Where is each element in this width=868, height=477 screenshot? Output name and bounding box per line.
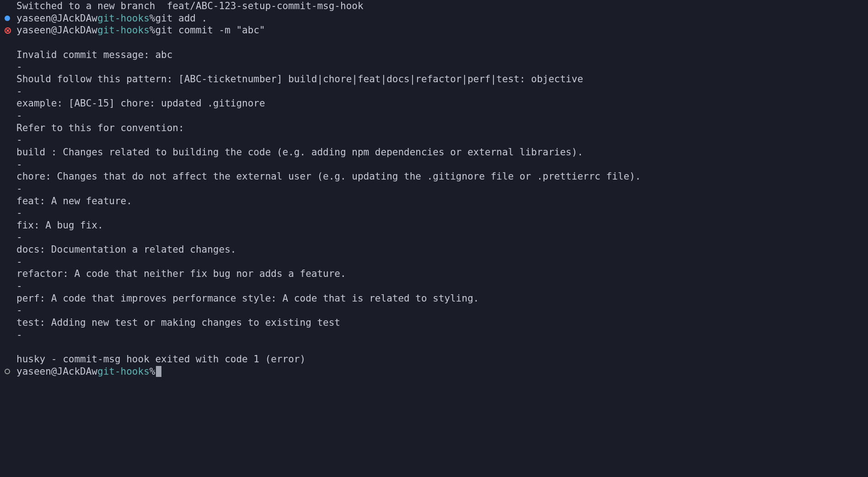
terminal-output-line: husky - commit-msg hook exited with code… (0, 353, 868, 366)
terminal-output-line: - (0, 256, 868, 268)
terminal-output[interactable]: Switched to a new branch feat/ABC-123-se… (0, 0, 868, 377)
status-success-icon (5, 16, 10, 21)
terminal-output-line: - (0, 159, 868, 171)
prompt-user: yaseen@JAckDAw (16, 24, 97, 37)
terminal-output-line: perf: A code that improves performance s… (0, 292, 868, 305)
terminal-output-line: - (0, 280, 868, 292)
prompt-directory: git-hooks (97, 24, 150, 37)
terminal-output-line: fix: A bug fix. (0, 219, 868, 232)
terminal-output-line: - (0, 183, 868, 195)
terminal-output-line (0, 341, 868, 353)
prompt-line-2: yaseen@JAckDAw git-hooks % git commit -m… (0, 24, 868, 37)
prompt-symbol: % (150, 24, 155, 37)
terminal-output-line: Should follow this pattern: [ABC-ticketn… (0, 73, 868, 85)
terminal-cursor (156, 366, 161, 377)
terminal-output-line: - (0, 231, 868, 244)
prompt-symbol: % (150, 12, 155, 25)
terminal-output-line: feat: A new feature. (0, 195, 868, 207)
status-neutral-icon (5, 369, 10, 374)
command-text: git add . (155, 12, 207, 25)
terminal-line: Switched to a new branch feat/ABC-123-se… (0, 0, 868, 12)
terminal-output-line: chore: Changes that do not affect the ex… (0, 170, 868, 183)
prompt-line-3: yaseen@JAckDAw git-hooks % (0, 366, 868, 378)
prompt-directory: git-hooks (97, 12, 150, 25)
status-error-icon (5, 27, 11, 34)
command-text: git commit -m "abc" (155, 24, 265, 37)
terminal-output-line: example: [ABC-15] chore: updated .gitign… (0, 97, 868, 110)
terminal-output-line: - (0, 304, 868, 317)
terminal-output-line: Invalid commit message: abc (0, 49, 868, 61)
terminal-output-line: refactor: A code that neither fix bug no… (0, 268, 868, 280)
prompt-symbol: % (150, 366, 155, 378)
terminal-output-line: Refer to this for convention: (0, 122, 868, 134)
prompt-user: yaseen@JAckDAw (16, 12, 97, 25)
terminal-output-line (0, 37, 868, 49)
terminal-output-line: - (0, 110, 868, 122)
prompt-line-1: yaseen@JAckDAw git-hooks % git add . (0, 12, 868, 25)
terminal-output-line: test: Adding new test or making changes … (0, 317, 868, 329)
terminal-output-line: - (0, 85, 868, 98)
terminal-output-line: - (0, 61, 868, 73)
terminal-output-line: - (0, 134, 868, 146)
prompt-user: yaseen@JAckDAw (16, 366, 97, 378)
terminal-output-line: docs: Documentation a related changes. (0, 244, 868, 256)
terminal-output-line: - (0, 329, 868, 341)
prompt-directory: git-hooks (97, 366, 150, 378)
terminal-output-line: build : Changes related to building the … (0, 146, 868, 159)
terminal-output-line: - (0, 207, 868, 219)
